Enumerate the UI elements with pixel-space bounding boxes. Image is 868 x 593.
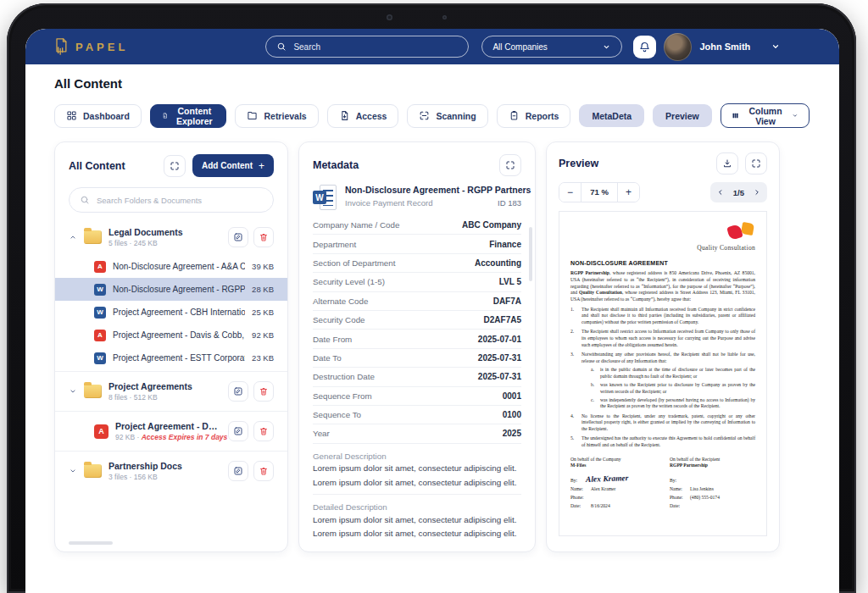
metadata-field-row: Security Level (1-5)LVL 5	[313, 273, 521, 291]
zoom-in-button[interactable]: +	[618, 183, 639, 202]
file-size: 92 KB	[252, 330, 274, 340]
field-value: ABC Company	[462, 220, 521, 230]
tab-label: Content Explorer	[174, 106, 214, 126]
signer-name: Alex Kramer	[591, 486, 615, 491]
metadata-expand-button[interactable]	[499, 154, 521, 176]
file-size: 39 KB	[252, 262, 274, 271]
tab-scanning[interactable]: Scanning	[407, 104, 487, 128]
tab-content-explorer[interactable]: Content Explorer	[150, 104, 227, 128]
file-row[interactable]: Non-Disclosure Agreement - A&A Consulti.…	[69, 255, 274, 278]
chevron-up-icon[interactable]	[69, 233, 77, 241]
scan-icon	[419, 110, 430, 121]
preview-panel-title: Preview	[559, 158, 598, 169]
metadata-field-row: Date From2025-07-01	[313, 330, 521, 348]
search-icon	[80, 195, 90, 205]
user-avatar[interactable]	[664, 33, 692, 61]
user-menu-chevron-icon[interactable]	[771, 42, 781, 52]
date-label: Date:	[570, 503, 591, 508]
delete-file-button[interactable]	[253, 421, 274, 441]
field-value: 2025-07-31	[478, 372, 521, 381]
horizontal-scrollbar[interactable]	[69, 541, 113, 545]
folder-meta: 3 files · 156 KB	[108, 473, 221, 481]
notifications-button[interactable]	[633, 36, 656, 58]
edit-icon	[233, 466, 243, 476]
company-filter-dropdown[interactable]: All Companies	[481, 36, 622, 58]
field-value: 2025	[503, 429, 521, 438]
edit-folder-button[interactable]	[228, 381, 248, 402]
file-row-expiring[interactable]: Project Agreement - Davis & Cob... 92 KB…	[69, 413, 274, 449]
edit-icon	[233, 426, 243, 436]
delete-folder-button[interactable]	[253, 381, 274, 402]
divider	[55, 371, 287, 372]
edit-file-button[interactable]	[228, 421, 248, 441]
column-view-dropdown[interactable]: Column View	[721, 103, 810, 128]
metadata-fields: Company Name / CodeABC Company Departmen…	[313, 216, 521, 444]
metadata-panel-title: Metadata	[313, 159, 359, 171]
tab-label: Access	[356, 111, 387, 121]
global-search[interactable]	[265, 36, 469, 58]
chevron-right-icon	[753, 188, 761, 197]
expand-icon	[170, 161, 180, 171]
access-doc-icon	[339, 110, 350, 121]
view-toggles: MetaDeta Preview Column View	[579, 103, 809, 128]
preview-expand-button[interactable]	[745, 152, 767, 175]
folder-name: Legal Documents	[108, 227, 221, 237]
file-size: 92 KB ·	[115, 433, 142, 441]
download-icon	[722, 158, 732, 169]
tab-retrievals[interactable]: Retrievals	[235, 104, 318, 128]
field-label: Year	[313, 429, 330, 438]
folder-row-project-agreements[interactable]: Project Agreements 8 files · 512 KB	[69, 374, 274, 409]
folder-tree: Legal Documents 5 files · 245 KB Non-Dis…	[69, 219, 274, 489]
edit-icon	[233, 232, 243, 242]
next-page-button[interactable]	[747, 182, 767, 202]
file-row[interactable]: Project Agreement - ESTT Corporation - 8…	[69, 346, 274, 369]
zoom-out-button[interactable]: −	[559, 183, 581, 202]
metadata-field-row: Sequence To0100	[313, 406, 521, 424]
party-name: RGPP Partnership	[570, 270, 609, 275]
document-title: Non-Disclosure Agreement - RGPP Partners	[345, 185, 521, 195]
column-view-label: Column View	[746, 106, 785, 126]
quality-consultation-logo: Quality Consultation	[570, 223, 755, 252]
file-row[interactable]: Project Agreement - Davis & Cobb, Attorn…	[69, 324, 274, 346]
columns-icon	[732, 110, 739, 121]
metadata-panel: Metadata W Non-Disclosure Agreement - RG…	[298, 141, 536, 552]
clause: 2.The Recipient shall restrict access to…	[570, 329, 755, 348]
file-name: Project Agreement - CBH International - …	[113, 308, 245, 317]
tree-expand-button[interactable]	[164, 155, 186, 177]
vertical-scrollbar[interactable]	[529, 227, 532, 281]
tab-access[interactable]: Access	[327, 104, 399, 128]
panels-row: All Content Add Content +	[54, 141, 780, 552]
tab-dashboard[interactable]: Dashboard	[54, 104, 142, 128]
add-content-button[interactable]: Add Content +	[192, 154, 274, 177]
tree-search[interactable]	[69, 187, 274, 213]
clause-text: No license to the Recipient, under any t…	[581, 413, 755, 433]
edit-folder-button[interactable]	[228, 461, 248, 481]
tree-search-input[interactable]	[97, 196, 263, 205]
folder-row-legal-documents[interactable]: Legal Documents 5 files · 245 KB	[69, 219, 274, 255]
global-search-input[interactable]	[293, 42, 458, 52]
preview-toggle-button[interactable]: Preview	[653, 104, 712, 127]
document-preview-page[interactable]: Quality Consultation NON-DISCLOSURE AGRE…	[559, 211, 767, 536]
download-button[interactable]	[716, 152, 738, 175]
trash-icon	[259, 466, 269, 476]
signature-party: RGPP Partnership	[670, 463, 755, 468]
delete-folder-button[interactable]	[253, 461, 274, 481]
field-value: DAF7A	[493, 296, 521, 306]
delete-folder-button[interactable]	[253, 227, 274, 247]
metadata-toggle-button[interactable]: MetaDeta	[579, 104, 644, 127]
file-row-selected[interactable]: Non-Disclosure Agreement - RGPP Partne..…	[55, 278, 287, 301]
zoom-level: 71 %	[581, 183, 618, 202]
tab-reports[interactable]: Reports	[497, 104, 571, 128]
handwritten-signature: Alex Kramer	[586, 474, 629, 484]
logo-caption: Quality Consultation	[697, 244, 755, 252]
edit-folder-button[interactable]	[228, 227, 248, 247]
previous-page-button[interactable]	[710, 182, 731, 202]
folder-row-partnership-docs[interactable]: Partnership Docs 3 files · 156 KB	[69, 453, 274, 489]
tab-bar: Dashboard Content Explorer Retrievals Ac…	[54, 103, 780, 128]
expand-icon	[505, 160, 515, 170]
chevron-down-icon[interactable]	[69, 467, 77, 475]
file-row[interactable]: Project Agreement - CBH International - …	[69, 301, 274, 324]
trash-icon	[259, 232, 269, 242]
chevron-down-icon[interactable]	[69, 387, 77, 396]
tab-label: Dashboard	[83, 111, 130, 121]
